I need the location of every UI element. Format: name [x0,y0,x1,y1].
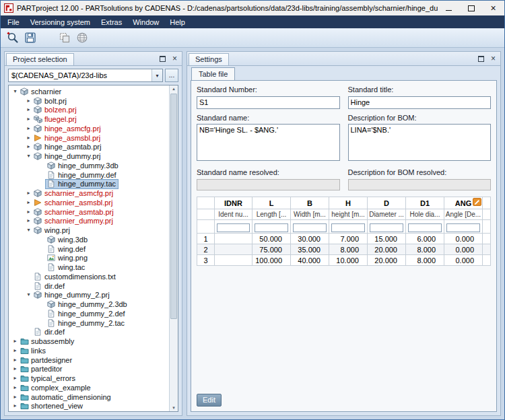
close-button[interactable]: × [482,1,504,15]
tree-item-fluegel-prj[interactable]: ▸fluegel.prj [9,114,170,124]
row-number[interactable]: 1 [197,234,215,244]
tree-item-customdimensions-txt[interactable]: customdimensions.txt [9,272,170,281]
tree-scrollbar[interactable]: ▴ ▾ [169,85,178,411]
tree-item-dir-def[interactable]: dir.def [9,281,170,291]
cell-h-3[interactable]: 10.000 [329,255,368,266]
cell-ang-1[interactable]: 0.000 [444,234,483,244]
bom-description-field[interactable]: LINA='$NB.' [348,124,492,161]
tree-item-shortened-view[interactable]: ▸shortened_view [9,402,170,411]
float-panel-button[interactable] [158,55,167,63]
chevron-collapsed-icon[interactable]: ▸ [11,385,19,390]
titlebar[interactable]: PARTproject 12.00 - PARTsolutions by CAD… [1,1,504,15]
tree-item-bolt-prj[interactable]: ▸bolt.prj [9,96,170,106]
row-number[interactable]: 2 [197,244,215,255]
menu-item-help[interactable]: Help [164,15,191,28]
menu-item-window[interactable]: Window [127,15,164,28]
tree-item-wing-png[interactable]: wing.png [9,254,170,263]
chevron-collapsed-icon[interactable]: ▸ [25,126,32,131]
table-row-3[interactable]: 3100.00040.00010.00020.0008.0000.000 [197,255,491,266]
table-row-1[interactable]: 150.00030.0007.00015.0006.0000.000 [197,234,491,244]
cell-d-1[interactable]: 15.000 [368,234,406,244]
menu-item-extras[interactable]: Extras [96,15,127,28]
cell-h-1[interactable]: 7.000 [329,234,368,244]
chevron-collapsed-icon[interactable]: ▸ [25,107,32,112]
tree-item-hinge-asmsbl-prj[interactable]: ▸hinge_asmsbl.prj [9,133,170,143]
tree-item-wing-def[interactable]: wing.def [9,244,170,254]
chevron-collapsed-icon[interactable]: ▸ [11,348,19,353]
column-header-l[interactable]: L [252,197,291,209]
maximize-button[interactable] [460,1,482,15]
search-button[interactable] [5,30,21,46]
close-panel-button[interactable]: × [489,55,498,63]
chevron-collapsed-icon[interactable]: ▸ [25,144,32,149]
tree-item-hinge-asmtab-prj[interactable]: ▸hinge_asmtab.prj [9,143,170,152]
scroll-down-icon[interactable]: ▾ [170,405,178,411]
filter-input-ang[interactable] [446,223,480,232]
tree-item-hinge-dummy-tac[interactable]: hinge_dummy.tac [9,180,170,189]
cell-idnr-3[interactable] [215,255,252,266]
filter-input-d1[interactable] [408,223,442,232]
filter-input-l[interactable] [255,223,288,232]
tree-item-hinge-dummy-2-prj[interactable]: ▾hinge_dummy_2.prj [9,291,170,300]
cell-l-2[interactable]: 75.000 [252,244,291,255]
tree-item-subassembly[interactable]: ▸subassembly [9,337,170,346]
filter-input-idnr[interactable] [217,223,250,232]
cell-ang-3[interactable]: 0.000 [444,255,483,266]
column-header-ang[interactable]: ANG [444,197,483,209]
tree-item-hinge-dummy-def[interactable]: hinge_dummy.def [9,170,170,180]
tree-item-hinge-dummy-3db[interactable]: hinge_dummy.3db [9,161,170,170]
filter-input-h[interactable] [331,223,365,232]
cell-idnr-2[interactable] [215,244,252,255]
tree-item-hinge-dummy-prj[interactable]: ▾hinge_dummy.prj [9,151,170,161]
combobox-dropdown-button[interactable]: ▾ [152,69,162,81]
edit-pencil-icon[interactable] [473,198,481,206]
cell-d-2[interactable]: 20.000 [368,244,406,255]
cell-b-2[interactable]: 35.000 [291,244,329,255]
tab-table-file[interactable]: Table file [191,67,235,80]
filter-input-d[interactable] [370,223,403,232]
cell-d1-2[interactable]: 8.000 [406,244,444,255]
save-button[interactable] [22,30,38,46]
float-panel-button[interactable] [477,55,485,63]
chevron-expanded-icon[interactable]: ▾ [25,292,32,298]
tree-item-parteditor[interactable]: ▸parteditor [9,365,170,374]
cell-d1-3[interactable]: 8.000 [406,255,444,266]
chevron-collapsed-icon[interactable]: ▸ [11,339,19,344]
cell-b-3[interactable]: 40.000 [291,255,329,266]
tree-item-links[interactable]: ▸links [9,346,170,355]
tree-item-scharnier-asmcfg-prj[interactable]: ▸scharnier_asmcfg.prj [9,188,170,198]
path-combobox[interactable]: $(CADENAS_DATA)/23d-libs ▾ [8,69,163,82]
cell-d1-1[interactable]: 6.000 [406,234,444,244]
menu-item-file[interactable]: File [2,15,25,28]
tree-item-dir-def[interactable]: dir.def [9,328,170,337]
tree-item-scharnier[interactable]: ▾scharnier [9,87,170,96]
chevron-collapsed-icon[interactable]: ▸ [25,209,32,215]
chevron-collapsed-icon[interactable]: ▸ [25,116,32,122]
chevron-collapsed-icon[interactable]: ▸ [11,394,19,400]
tree-item-wing-prj[interactable]: ▾wing.prj [9,225,170,235]
browse-button[interactable]: ... [165,69,178,82]
chevron-collapsed-icon[interactable]: ▸ [25,98,32,104]
cell-h-2[interactable]: 8.000 [329,244,368,255]
menu-item-versioning-system[interactable]: Versioning system [25,15,96,28]
scrollbar-thumb[interactable] [170,94,177,319]
column-header-d1[interactable]: D1 [406,197,444,209]
tree-item-scharnier-asmtab-prj[interactable]: ▸scharnier_asmtab.prj [9,207,170,217]
standard-number-field[interactable] [197,96,340,109]
tree-item-complex-example[interactable]: ▸complex_example [9,383,170,392]
tree-item-hinge-asmcfg-prj[interactable]: ▸hinge_asmcfg.prj [9,124,170,133]
chevron-expanded-icon[interactable]: ▾ [11,89,19,94]
row-number[interactable]: 3 [197,255,215,266]
cell-d-3[interactable]: 20.000 [368,255,406,266]
chevron-collapsed-icon[interactable]: ▸ [25,200,32,205]
column-header-idnr[interactable]: IDNR [215,197,252,209]
cell-idnr-1[interactable] [215,234,252,244]
tree-item-automatic-dimensioning[interactable]: ▸automatic_dimensioning [9,392,170,402]
chevron-expanded-icon[interactable]: ▾ [25,153,32,159]
tree-item-wing-3db[interactable]: wing.3db [9,235,170,244]
column-header-h[interactable]: H [329,197,368,209]
column-header-b[interactable]: B [291,197,329,209]
chevron-expanded-icon[interactable]: ▾ [25,228,32,233]
chevron-collapsed-icon[interactable]: ▸ [11,357,19,363]
cell-b-1[interactable]: 30.000 [291,234,329,244]
